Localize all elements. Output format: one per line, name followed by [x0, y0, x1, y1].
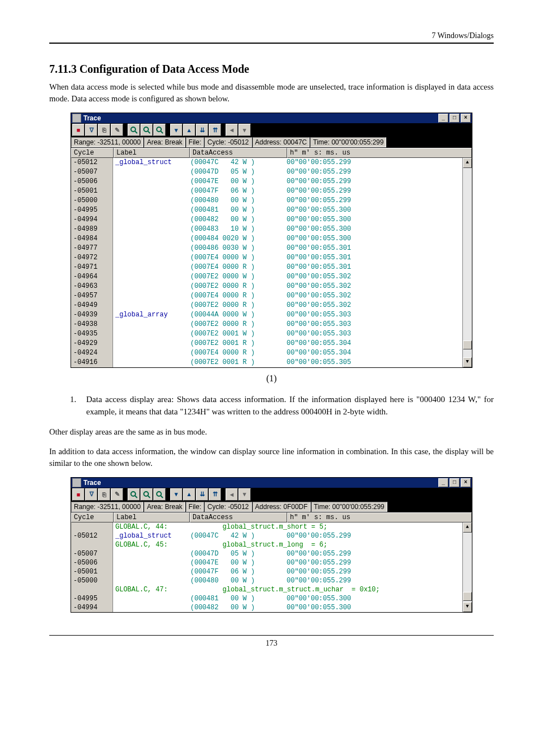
- double-down-icon[interactable]: ⇊: [196, 488, 208, 501]
- up-icon[interactable]: ▴: [183, 488, 195, 501]
- zoom-out-icon[interactable]: [153, 124, 166, 136]
- zoom-out-icon[interactable]: [153, 488, 166, 501]
- zoom-in-icon[interactable]: [128, 488, 140, 501]
- scroll-track[interactable]: [463, 533, 472, 602]
- minimize-button[interactable]: _: [438, 114, 448, 123]
- hdr-time[interactable]: h" m' s: ms. us: [287, 148, 472, 158]
- prev-icon[interactable]: ◄: [226, 488, 238, 501]
- table-row[interactable]: -05006(00047E 00 W )00"00'00:055.299: [71, 177, 462, 186]
- table-row[interactable]: -05000(000480 00 W )00"00'00:055.299: [71, 576, 462, 585]
- zoom-in-icon[interactable]: [128, 124, 140, 136]
- next-icon[interactable]: ▾: [238, 124, 251, 136]
- table-row[interactable]: -05000(000480 00 W )00"00'00:055.299: [71, 196, 462, 206]
- stop-icon[interactable]: ■: [72, 488, 85, 501]
- table-row[interactable]: -05007(00047D 05 W )00"00'00:055.299: [71, 167, 462, 177]
- cell-label: [113, 272, 188, 282]
- double-down-icon[interactable]: ⇊: [196, 124, 208, 136]
- table-row[interactable]: -04994(000482 00 W )00"00'00:055.300: [71, 215, 462, 225]
- hdr-dataaccess[interactable]: DataAccess: [190, 512, 287, 522]
- scroll-up-icon[interactable]: ▲: [463, 522, 472, 533]
- cell-cycle: -05001: [71, 567, 113, 576]
- hdr-label[interactable]: Label: [114, 512, 190, 522]
- table-row[interactable]: -05006(00047E 00 W )00"00'00:055.299: [71, 558, 462, 567]
- minimize-button[interactable]: _: [438, 478, 448, 487]
- table-row[interactable]: -04971(0007E4 0000 R )00"00'00:055.301: [71, 263, 462, 272]
- edit-icon[interactable]: ✎: [111, 488, 123, 501]
- table-row[interactable]: -05001(00047F 06 W )00"00'00:055.299: [71, 567, 462, 576]
- table-row[interactable]: -05007(00047D 05 W )00"00'00:055.299: [71, 549, 462, 558]
- cell-cycle: -04995: [71, 206, 113, 215]
- table-row[interactable]: -04977(000486 0030 W )00"00'00:055.301: [71, 244, 462, 253]
- cell-label: [113, 253, 188, 263]
- scroll-down-icon[interactable]: ▼: [463, 357, 472, 367]
- table-row[interactable]: -04964(0007E2 0000 W )00"00'00:055.302: [71, 272, 462, 282]
- table-row[interactable]: -04939_global_array(00044A 0000 W )00"00…: [71, 310, 462, 320]
- table-row[interactable]: -05012_global_struct(00047C 42 W )00"00'…: [71, 531, 462, 540]
- table-row[interactable]: -04949(0007E2 0000 R )00"00'00:055.302: [71, 301, 462, 310]
- scroll-thumb[interactable]: [463, 592, 472, 601]
- sb-area: Area: Break: [144, 502, 185, 512]
- titlebar[interactable]: Trace _ □ ×: [71, 478, 472, 488]
- table-row[interactable]: -04994(000482 00 W )00"00'00:055.300: [71, 603, 462, 612]
- hdr-time[interactable]: h" m' s: ms. us: [287, 512, 472, 522]
- table-row[interactable]: -05012_global_struct(00047C 42 W )00"00'…: [71, 158, 462, 167]
- scroll-up-icon[interactable]: ▲: [463, 158, 472, 168]
- down-icon[interactable]: ▾: [170, 124, 182, 136]
- cell-label: [113, 320, 188, 329]
- scrollbar[interactable]: ▲ ▼: [462, 522, 472, 612]
- hdr-cycle[interactable]: Cycle: [71, 512, 114, 522]
- table-row[interactable]: GLOBAL.C, 45: global_struct.m_long = 6;: [71, 540, 462, 549]
- cell-label: [113, 186, 188, 196]
- cell-label: [113, 225, 188, 234]
- filter-icon[interactable]: ∇: [85, 488, 97, 501]
- table-row[interactable]: -04916(0007E2 0001 R )00"00'00:055.305: [71, 358, 462, 367]
- copy-icon[interactable]: ⎘: [98, 488, 110, 501]
- table-row[interactable]: -04995(000481 00 W )00"00'00:055.300: [71, 206, 462, 215]
- hdr-label[interactable]: Label: [114, 148, 190, 158]
- scrollbar[interactable]: ▲ ▼: [462, 158, 472, 367]
- page-footer: 173: [49, 635, 494, 648]
- hdr-cycle[interactable]: Cycle: [71, 148, 114, 158]
- table-row[interactable]: -04935(0007E2 0001 W )00"00'00:055.303: [71, 329, 462, 339]
- trace-icon: [72, 478, 81, 487]
- stop-icon[interactable]: ■: [72, 124, 85, 136]
- table-row[interactable]: GLOBAL.C, 47: global_struct.m_struct.m_u…: [71, 585, 462, 594]
- maximize-button[interactable]: □: [449, 114, 460, 123]
- hdr-dataaccess[interactable]: DataAccess: [190, 148, 287, 158]
- table-row[interactable]: -04989(000483 10 W )00"00'00:055.300: [71, 225, 462, 234]
- cell-time: 00"00'00:055.301: [284, 244, 462, 253]
- table-row[interactable]: -04995(000481 00 W )00"00'00:055.300: [71, 594, 462, 603]
- sb-time: Time: 00"00'00:055:299: [310, 137, 386, 147]
- table-row[interactable]: -04957(0007E4 0000 R )00"00'00:055.302: [71, 291, 462, 301]
- table-row[interactable]: -04963(0007E2 0000 R )00"00'00:055.302: [71, 282, 462, 291]
- list-body[interactable]: -05012_global_struct(00047C 42 W )00"00'…: [71, 158, 462, 367]
- next-icon[interactable]: ▾: [238, 488, 251, 501]
- double-up-icon[interactable]: ⇈: [209, 124, 221, 136]
- titlebar[interactable]: Trace _ □ ×: [71, 113, 472, 123]
- copy-icon[interactable]: ⎘: [98, 124, 110, 136]
- edit-icon[interactable]: ✎: [111, 124, 123, 136]
- zoom-icon[interactable]: [140, 124, 153, 136]
- table-row[interactable]: -05001(00047F 06 W )00"00'00:055.299: [71, 186, 462, 196]
- double-up-icon[interactable]: ⇈: [209, 488, 221, 501]
- prev-icon[interactable]: ◄: [226, 124, 238, 136]
- cell-dataaccess: (000481 00 W ): [188, 594, 284, 603]
- table-row[interactable]: -04929(0007E2 0001 R )00"00'00:055.304: [71, 339, 462, 348]
- scroll-track[interactable]: [463, 168, 472, 357]
- close-button[interactable]: ×: [461, 114, 471, 123]
- table-row[interactable]: GLOBAL.C, 44: global_struct.m_short = 5;: [71, 522, 462, 531]
- filter-icon[interactable]: ∇: [85, 124, 97, 136]
- zoom-icon[interactable]: [140, 488, 153, 501]
- maximize-button[interactable]: □: [449, 478, 460, 487]
- list-body[interactable]: GLOBAL.C, 44: global_struct.m_short = 5;…: [71, 522, 462, 612]
- cell-cycle: -04971: [71, 263, 113, 272]
- table-row[interactable]: -04938(0007E2 0000 R )00"00'00:055.303: [71, 320, 462, 329]
- scroll-down-icon[interactable]: ▼: [463, 602, 472, 612]
- up-icon[interactable]: ▴: [183, 124, 195, 136]
- table-row[interactable]: -04984(000484 0020 W )00"00'00:055.300: [71, 234, 462, 244]
- down-icon[interactable]: ▾: [170, 488, 182, 501]
- scroll-thumb[interactable]: [463, 340, 472, 349]
- close-button[interactable]: ×: [461, 478, 471, 487]
- table-row[interactable]: -04924(0007E4 0000 R )00"00'00:055.304: [71, 348, 462, 358]
- table-row[interactable]: -04972(0007E4 0000 W )00"00'00:055.301: [71, 253, 462, 263]
